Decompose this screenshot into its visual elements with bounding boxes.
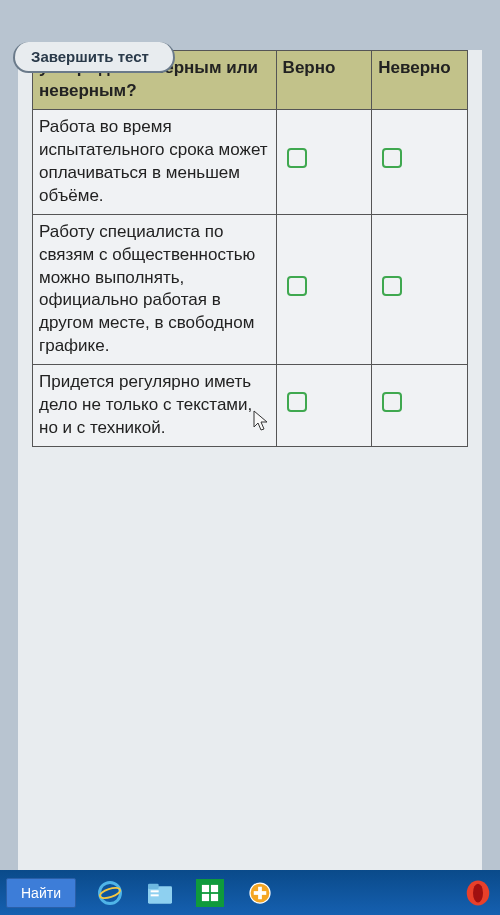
plus-circle-icon[interactable] bbox=[244, 877, 276, 909]
file-explorer-icon[interactable] bbox=[144, 877, 176, 909]
opera-icon[interactable] bbox=[462, 877, 494, 909]
table-row: Работа во время испытательного срока мож… bbox=[33, 109, 468, 214]
finish-test-button[interactable]: Завершить тест bbox=[13, 42, 175, 73]
taskbar-search-button[interactable]: Найти bbox=[6, 878, 76, 908]
statement-cell: Придется регулярно иметь дело не только … bbox=[33, 365, 277, 447]
svg-rect-4 bbox=[151, 890, 159, 892]
checkbox-true[interactable] bbox=[287, 276, 307, 296]
page-content: Завершить тест утверждение верным или не… bbox=[18, 50, 482, 915]
svg-rect-6 bbox=[202, 884, 209, 891]
svg-rect-9 bbox=[211, 893, 218, 900]
statement-cell: Работу специалиста по связям с обществен… bbox=[33, 214, 277, 365]
table-row: Работу специалиста по связям с обществен… bbox=[33, 214, 468, 365]
quiz-table: утверждение верным или неверным? Верно Н… bbox=[32, 50, 468, 447]
header-false: Неверно bbox=[372, 51, 468, 110]
internet-explorer-icon[interactable] bbox=[94, 877, 126, 909]
checkbox-false[interactable] bbox=[382, 276, 402, 296]
svg-rect-3 bbox=[148, 883, 159, 888]
checkbox-true[interactable] bbox=[287, 148, 307, 168]
checkbox-true[interactable] bbox=[287, 392, 307, 412]
table-row: Придется регулярно иметь дело не только … bbox=[33, 365, 468, 447]
store-icon[interactable] bbox=[194, 877, 226, 909]
svg-point-14 bbox=[473, 883, 483, 902]
statement-cell: Работа во время испытательного срока мож… bbox=[33, 109, 277, 214]
svg-rect-8 bbox=[202, 893, 209, 900]
checkbox-false[interactable] bbox=[382, 392, 402, 412]
svg-rect-5 bbox=[151, 894, 159, 896]
quiz-table-wrap: утверждение верным или неверным? Верно Н… bbox=[32, 50, 468, 447]
checkbox-false[interactable] bbox=[382, 148, 402, 168]
header-true: Верно bbox=[276, 51, 372, 110]
svg-rect-7 bbox=[211, 884, 218, 891]
svg-rect-12 bbox=[254, 891, 267, 895]
taskbar: Найти bbox=[0, 870, 500, 915]
